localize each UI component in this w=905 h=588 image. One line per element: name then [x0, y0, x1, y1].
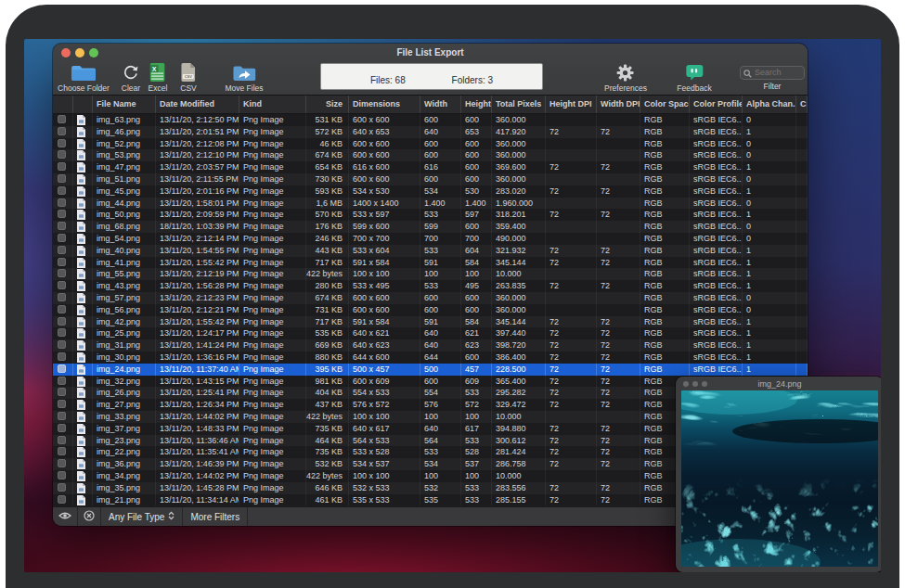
table-row[interactable]: img_42.png13/11/20, 1:55:42 PMPng Image7…	[53, 316, 808, 328]
column-header-icon[interactable]	[73, 96, 93, 113]
table-row[interactable]: img_40.png13/11/20, 1:54:55 PMPng Image4…	[53, 245, 808, 257]
row-checkbox[interactable]	[58, 317, 66, 326]
column-header-cr[interactable]: Cr...	[796, 96, 808, 113]
table-row[interactable]: img_56.png13/11/20, 2:12:21 PMPng Image7…	[53, 304, 808, 316]
table-row[interactable]: img_53.png13/11/20, 2:12:10 PMPng Image6…	[53, 149, 808, 161]
row-checkbox[interactable]	[58, 436, 66, 444]
table-row[interactable]: img_54.png13/11/20, 2:12:14 PMPng Image2…	[53, 233, 808, 245]
column-header-cs[interactable]: Color Space	[640, 96, 690, 113]
move-files-button[interactable]: Move Files	[225, 62, 263, 93]
table-row[interactable]: img_52.png13/11/20, 2:12:08 PMPng Image4…	[53, 138, 808, 150]
table-row[interactable]: img_47.png13/11/20, 2:03:57 PMPng Image6…	[53, 161, 808, 173]
row-checkbox[interactable]	[58, 210, 66, 218]
feedback-button[interactable]: Feedback	[677, 62, 711, 93]
clear-button[interactable]: Clear	[122, 62, 140, 93]
row-checkbox[interactable]	[58, 364, 66, 373]
column-header-h[interactable]: Height	[461, 96, 492, 113]
file-type-dropdown[interactable]: Any File Type	[101, 507, 183, 526]
clear-filter-button[interactable]	[78, 507, 101, 526]
csv-export-button[interactable]: CSV CSV	[180, 62, 196, 93]
column-header-kind[interactable]: Kind	[239, 96, 306, 113]
cell-cs: RGB	[640, 233, 690, 245]
table-row[interactable]: img_24.png13/11/20, 11:37:40 AMPng Image…	[53, 364, 808, 376]
column-header-hdpi[interactable]: Height DPI	[546, 96, 597, 113]
row-checkbox[interactable]	[58, 222, 66, 230]
column-header-dim[interactable]: Dimensions	[349, 96, 420, 113]
preview-titlebar[interactable]: img_24.png	[676, 377, 881, 390]
column-header-profile[interactable]: Color Profile	[690, 96, 743, 113]
table-row[interactable]: img_63.png13/11/20, 2:12:50 PMPng Image5…	[53, 114, 808, 126]
row-checkbox[interactable]	[58, 186, 66, 195]
choose-folder-button[interactable]: Choose Folder	[58, 62, 110, 93]
row-checkbox[interactable]	[58, 293, 66, 301]
table-row[interactable]: img_31.png13/11/20, 1:41:24 PMPng Image6…	[53, 339, 808, 352]
table-row[interactable]: img_25.png13/11/20, 1:24:17 PMPng Image5…	[53, 327, 808, 339]
column-header-date[interactable]: Date Modified	[156, 96, 239, 113]
cell-cr	[796, 268, 808, 280]
row-checkbox[interactable]	[58, 424, 66, 432]
column-header-alpha[interactable]: Alpha Chan...	[743, 96, 796, 113]
more-filters-button[interactable]: More Filters	[183, 507, 248, 526]
row-checkbox[interactable]	[58, 483, 66, 492]
row-checkbox[interactable]	[58, 198, 66, 207]
excel-file-icon: X	[150, 62, 165, 82]
row-checkbox[interactable]	[58, 305, 66, 313]
titlebar[interactable]: File List Export	[53, 44, 808, 60]
cell-size: 532 KB	[306, 458, 349, 470]
row-checkbox[interactable]	[58, 234, 66, 242]
cell-date: 13/11/20, 1:43:15 PM	[156, 376, 239, 388]
table-row[interactable]: img_41.png13/11/20, 1:55:42 PMPng Image7…	[53, 257, 808, 269]
row-checkbox[interactable]	[58, 162, 66, 171]
row-checkbox[interactable]	[58, 246, 66, 254]
preferences-button[interactable]: Preferences	[604, 62, 647, 93]
row-checkbox[interactable]	[58, 150, 66, 159]
table-row[interactable]: img_50.png13/11/20, 2:09:59 PMPng Image5…	[53, 209, 808, 221]
row-checkbox[interactable]	[58, 258, 66, 266]
row-checkbox[interactable]	[58, 495, 66, 504]
row-checkbox[interactable]	[58, 447, 66, 455]
cell-name: img_35.png	[93, 482, 156, 494]
column-header-name[interactable]: File Name	[93, 96, 156, 113]
visibility-toggle[interactable]	[53, 507, 78, 526]
table-row[interactable]: img_55.png13/11/20, 2:12:19 PMPng Image4…	[53, 268, 808, 280]
row-checkbox[interactable]	[58, 377, 66, 385]
row-checkbox[interactable]	[58, 127, 66, 135]
cell-hdpi	[546, 304, 597, 316]
cell-date: 13/11/20, 1:48:33 PM	[156, 423, 239, 435]
row-checkbox[interactable]	[58, 352, 66, 361]
row-checkbox[interactable]	[58, 115, 66, 123]
column-header-w[interactable]: Width	[420, 96, 461, 113]
row-checkbox[interactable]	[58, 328, 66, 337]
row-checkbox[interactable]	[58, 281, 66, 289]
table-row[interactable]: img_45.png13/11/20, 2:01:16 PMPng Image5…	[53, 185, 808, 198]
column-header-size[interactable]: Size	[306, 96, 349, 113]
cell-kind: Png Image	[239, 376, 306, 388]
table-row[interactable]: img_68.png18/11/20, 1:03:39 PMPng Image1…	[53, 221, 808, 233]
cell-w: 591	[420, 316, 461, 328]
cell-kind: Png Image	[239, 257, 306, 269]
row-checkbox[interactable]	[58, 400, 66, 408]
table-row[interactable]: img_51.png13/11/20, 2:11:55 PMPng Image7…	[53, 173, 808, 185]
row-checkbox[interactable]	[58, 139, 66, 147]
row-checkbox[interactable]	[58, 174, 66, 183]
table-row[interactable]: img_46.png13/11/20, 2:01:51 PMPng Image5…	[53, 126, 808, 138]
column-header-px[interactable]: Total Pixels	[492, 96, 546, 113]
column-header-sel[interactable]	[53, 96, 73, 113]
cell-wdpi: 72	[597, 435, 640, 447]
row-checkbox[interactable]	[58, 340, 66, 349]
table-row[interactable]: img_57.png13/11/20, 2:12:23 PMPng Image6…	[53, 292, 808, 304]
table-row[interactable]: img_30.png13/11/20, 1:36:16 PMPng Image8…	[53, 352, 808, 364]
column-header-wdpi[interactable]: Width DPI	[597, 96, 640, 113]
row-checkbox[interactable]	[58, 459, 66, 467]
row-checkbox[interactable]	[58, 471, 66, 479]
cell-hdpi: 72	[546, 399, 597, 411]
table-row[interactable]: img_44.png13/11/20, 1:58:01 PMPng Image1…	[53, 198, 808, 210]
cell-alpha: 0	[743, 114, 796, 126]
row-checkbox[interactable]	[58, 412, 66, 420]
row-checkbox[interactable]	[58, 269, 66, 277]
table-row[interactable]: img_43.png13/11/20, 1:56:28 PMPng Image2…	[53, 280, 808, 292]
cell-profile: sRGB IEC6...	[690, 257, 743, 269]
cell-alpha: 0	[743, 173, 796, 185]
row-checkbox[interactable]	[58, 388, 66, 396]
excel-export-button[interactable]: X Excel	[149, 62, 168, 93]
